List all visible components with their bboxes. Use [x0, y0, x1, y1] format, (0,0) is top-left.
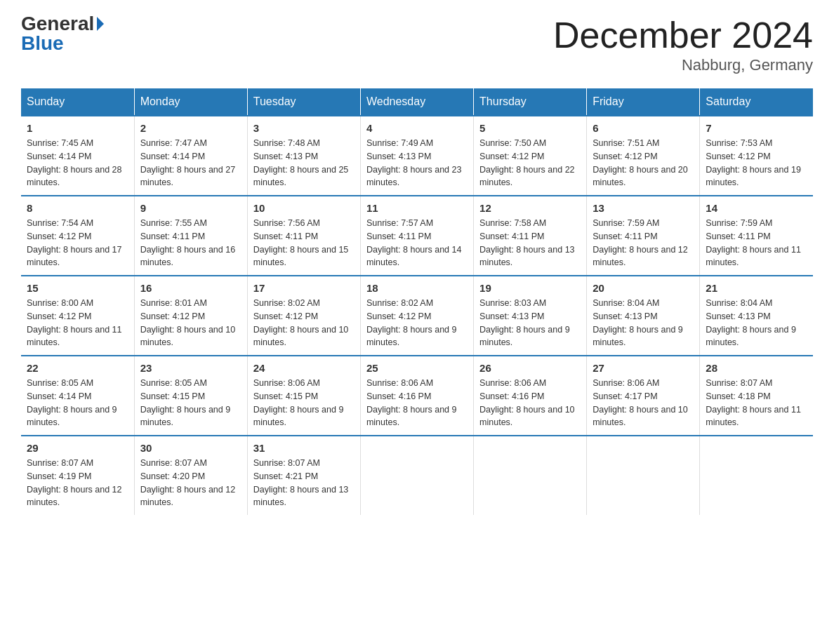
day-number: 9 [140, 202, 241, 214]
day-number: 1 [27, 122, 128, 134]
day-number: 4 [366, 122, 468, 134]
calendar-cell: 11Sunrise: 7:57 AMSunset: 4:11 PMDayligh… [360, 196, 473, 276]
calendar-cell: 15Sunrise: 8:00 AMSunset: 4:12 PMDayligh… [21, 276, 134, 356]
day-number: 23 [140, 362, 241, 374]
day-info: Sunrise: 8:07 AMSunset: 4:21 PMDaylight:… [253, 457, 355, 509]
day-info: Sunrise: 7:59 AMSunset: 4:11 PMDaylight:… [706, 217, 807, 269]
day-number: 7 [706, 122, 807, 134]
calendar-table: SundayMondayTuesdayWednesdayThursdayFrid… [21, 88, 813, 515]
day-info: Sunrise: 8:07 AMSunset: 4:19 PMDaylight:… [27, 457, 128, 509]
day-info: Sunrise: 7:54 AMSunset: 4:12 PMDaylight:… [27, 217, 128, 269]
page-header: General Blue December 2024 Nabburg, Germ… [21, 14, 813, 74]
calendar-cell: 19Sunrise: 8:03 AMSunset: 4:13 PMDayligh… [474, 276, 587, 356]
calendar-cell: 20Sunrise: 8:04 AMSunset: 4:13 PMDayligh… [587, 276, 700, 356]
day-number: 18 [366, 282, 468, 294]
calendar-header-thursday: Thursday [474, 88, 587, 116]
calendar-week-row: 8Sunrise: 7:54 AMSunset: 4:12 PMDaylight… [21, 196, 813, 276]
calendar-week-row: 15Sunrise: 8:00 AMSunset: 4:12 PMDayligh… [21, 276, 813, 356]
day-number: 12 [479, 202, 581, 214]
title-section: December 2024 Nabburg, Germany [553, 14, 813, 74]
calendar-cell: 6Sunrise: 7:51 AMSunset: 4:12 PMDaylight… [587, 116, 700, 196]
day-info: Sunrise: 7:53 AMSunset: 4:12 PMDaylight:… [706, 137, 807, 189]
day-info: Sunrise: 7:50 AMSunset: 4:12 PMDaylight:… [479, 137, 581, 189]
calendar-cell: 22Sunrise: 8:05 AMSunset: 4:14 PMDayligh… [21, 356, 134, 436]
calendar-cell: 5Sunrise: 7:50 AMSunset: 4:12 PMDaylight… [474, 116, 587, 196]
day-info: Sunrise: 8:07 AMSunset: 4:20 PMDaylight:… [140, 457, 241, 509]
day-number: 3 [253, 122, 355, 134]
calendar-header-monday: Monday [134, 88, 247, 116]
day-info: Sunrise: 7:47 AMSunset: 4:14 PMDaylight:… [140, 137, 241, 189]
day-number: 21 [706, 282, 807, 294]
day-number: 14 [706, 202, 807, 214]
day-info: Sunrise: 8:06 AMSunset: 4:16 PMDaylight:… [366, 377, 468, 429]
calendar-header-row: SundayMondayTuesdayWednesdayThursdayFrid… [21, 88, 813, 116]
logo-triangle-icon [97, 17, 104, 31]
day-info: Sunrise: 7:49 AMSunset: 4:13 PMDaylight:… [366, 137, 468, 189]
day-number: 11 [366, 202, 468, 214]
day-info: Sunrise: 8:07 AMSunset: 4:18 PMDaylight:… [706, 377, 807, 429]
month-title: December 2024 [553, 14, 813, 56]
calendar-cell [360, 436, 473, 515]
day-number: 10 [253, 202, 355, 214]
calendar-header-sunday: Sunday [21, 88, 134, 116]
day-info: Sunrise: 8:05 AMSunset: 4:15 PMDaylight:… [140, 377, 241, 429]
day-info: Sunrise: 7:51 AMSunset: 4:12 PMDaylight:… [593, 137, 694, 189]
day-number: 31 [253, 442, 355, 454]
calendar-week-row: 22Sunrise: 8:05 AMSunset: 4:14 PMDayligh… [21, 356, 813, 436]
day-number: 25 [366, 362, 468, 374]
day-info: Sunrise: 7:45 AMSunset: 4:14 PMDaylight:… [27, 137, 128, 189]
calendar-cell: 7Sunrise: 7:53 AMSunset: 4:12 PMDaylight… [700, 116, 813, 196]
day-number: 22 [27, 362, 128, 374]
calendar-cell: 18Sunrise: 8:02 AMSunset: 4:12 PMDayligh… [360, 276, 473, 356]
day-number: 15 [27, 282, 128, 294]
day-number: 13 [593, 202, 694, 214]
day-number: 5 [479, 122, 581, 134]
day-number: 29 [27, 442, 128, 454]
day-number: 17 [253, 282, 355, 294]
day-number: 19 [479, 282, 581, 294]
calendar-cell [700, 436, 813, 515]
day-number: 24 [253, 362, 355, 374]
calendar-cell: 21Sunrise: 8:04 AMSunset: 4:13 PMDayligh… [700, 276, 813, 356]
calendar-cell: 1Sunrise: 7:45 AMSunset: 4:14 PMDaylight… [21, 116, 134, 196]
day-number: 6 [593, 122, 694, 134]
calendar-cell [474, 436, 587, 515]
calendar-cell: 9Sunrise: 7:55 AMSunset: 4:11 PMDaylight… [134, 196, 247, 276]
logo-blue-text: Blue [21, 34, 64, 53]
calendar-cell: 23Sunrise: 8:05 AMSunset: 4:15 PMDayligh… [134, 356, 247, 436]
day-info: Sunrise: 7:57 AMSunset: 4:11 PMDaylight:… [366, 217, 468, 269]
calendar-cell: 14Sunrise: 7:59 AMSunset: 4:11 PMDayligh… [700, 196, 813, 276]
day-number: 26 [479, 362, 581, 374]
calendar-header-wednesday: Wednesday [360, 88, 473, 116]
calendar-cell: 28Sunrise: 8:07 AMSunset: 4:18 PMDayligh… [700, 356, 813, 436]
day-number: 30 [140, 442, 241, 454]
day-info: Sunrise: 8:00 AMSunset: 4:12 PMDaylight:… [27, 297, 128, 349]
calendar-cell: 4Sunrise: 7:49 AMSunset: 4:13 PMDaylight… [360, 116, 473, 196]
calendar-header-tuesday: Tuesday [247, 88, 360, 116]
logo: General Blue [21, 14, 104, 53]
calendar-cell: 24Sunrise: 8:06 AMSunset: 4:15 PMDayligh… [247, 356, 360, 436]
calendar-cell [587, 436, 700, 515]
calendar-body: 1Sunrise: 7:45 AMSunset: 4:14 PMDaylight… [21, 116, 813, 515]
calendar-week-row: 29Sunrise: 8:07 AMSunset: 4:19 PMDayligh… [21, 436, 813, 515]
day-info: Sunrise: 7:56 AMSunset: 4:11 PMDaylight:… [253, 217, 355, 269]
day-info: Sunrise: 8:04 AMSunset: 4:13 PMDaylight:… [706, 297, 807, 349]
calendar-cell: 8Sunrise: 7:54 AMSunset: 4:12 PMDaylight… [21, 196, 134, 276]
calendar-header-friday: Friday [587, 88, 700, 116]
calendar-cell: 12Sunrise: 7:58 AMSunset: 4:11 PMDayligh… [474, 196, 587, 276]
day-number: 20 [593, 282, 694, 294]
calendar-cell: 31Sunrise: 8:07 AMSunset: 4:21 PMDayligh… [247, 436, 360, 515]
day-info: Sunrise: 8:03 AMSunset: 4:13 PMDaylight:… [479, 297, 581, 349]
calendar-cell: 10Sunrise: 7:56 AMSunset: 4:11 PMDayligh… [247, 196, 360, 276]
calendar-cell: 30Sunrise: 8:07 AMSunset: 4:20 PMDayligh… [134, 436, 247, 515]
calendar-header-saturday: Saturday [700, 88, 813, 116]
day-number: 16 [140, 282, 241, 294]
calendar-cell: 25Sunrise: 8:06 AMSunset: 4:16 PMDayligh… [360, 356, 473, 436]
day-info: Sunrise: 7:59 AMSunset: 4:11 PMDaylight:… [593, 217, 694, 269]
calendar-cell: 29Sunrise: 8:07 AMSunset: 4:19 PMDayligh… [21, 436, 134, 515]
day-info: Sunrise: 7:58 AMSunset: 4:11 PMDaylight:… [479, 217, 581, 269]
day-info: Sunrise: 8:06 AMSunset: 4:16 PMDaylight:… [479, 377, 581, 429]
calendar-cell: 17Sunrise: 8:02 AMSunset: 4:12 PMDayligh… [247, 276, 360, 356]
day-number: 28 [706, 362, 807, 374]
day-info: Sunrise: 7:48 AMSunset: 4:13 PMDaylight:… [253, 137, 355, 189]
